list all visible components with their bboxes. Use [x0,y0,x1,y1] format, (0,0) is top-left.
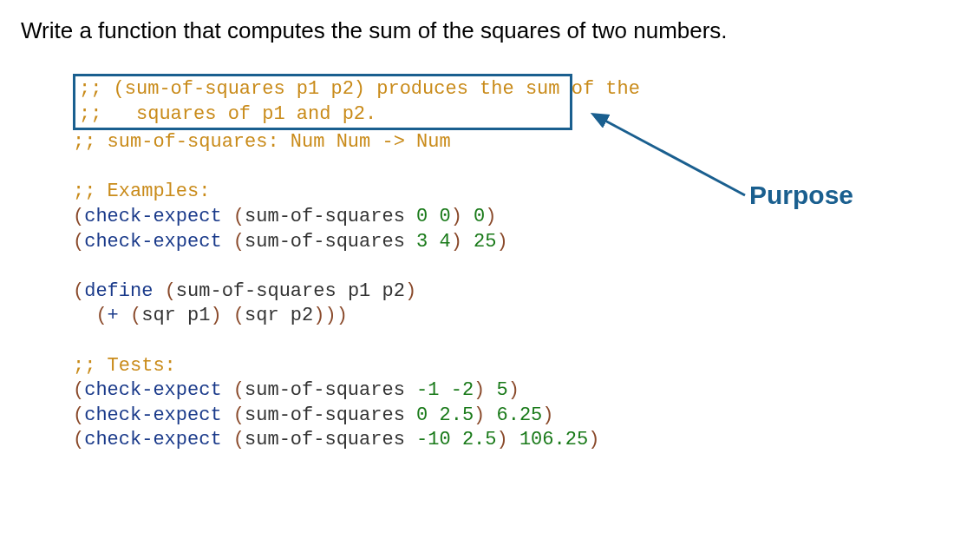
number-literal: 0 [416,404,428,426]
test-2: (check-expect (sum-of-squares 0 2.5) 6.2… [73,404,959,429]
func-sqr: sqr [245,305,279,326]
param: p1 [348,280,370,302]
number-literal: 106.25 [519,429,588,450]
paren: ) [210,305,221,326]
paren: ) [485,206,496,227]
paren: ( [73,379,84,401]
func-name: sum-of-squares [245,379,405,401]
purpose-highlight-box: ;; (sum-of-squares p1 p2) produces the s… [73,74,572,130]
func-name: sum-of-squares [245,231,405,253]
keyword-check-expect: check-expect [84,231,221,253]
func-sqr: sqr [141,305,176,326]
comment-text: Tests: [95,355,175,377]
paren: ( [233,305,245,326]
example-2: (check-expect (sum-of-squares 3 4) 25) [73,230,959,255]
tests-header: ;; Tests: [73,354,959,379]
paren: ) [405,280,416,302]
comment-text: sum-of-squares: Num Num -> Num [95,131,450,153]
comment-text: (sum-of-squares p1 p2) produces the sum … [101,78,640,100]
keyword-check-expect: check-expect [84,429,221,450]
number-literal: 2.5 [440,404,474,426]
comment-marker: ;; [79,103,101,125]
comment-marker: ;; [73,131,95,153]
number-literal: 4 [440,231,451,253]
paren: ))) [313,305,348,326]
comment-marker: ;; [73,355,95,377]
code-block: ;; (sum-of-squares p1 p2) produces the s… [73,74,959,453]
paren: ) [588,429,599,450]
keyword-check-expect: check-expect [84,206,221,227]
purpose-line-2: ;; squares of p1 and p2. [79,102,566,128]
paren: ( [233,379,245,401]
callout-arrow-icon [593,108,767,213]
number-literal: 25 [474,231,496,253]
number-literal: 0 [440,206,451,227]
func-name: sum-of-squares [245,404,405,426]
contract-line: ;; sum-of-squares: Num Num -> Num [73,130,959,155]
paren: ) [508,379,519,401]
paren: ( [73,231,84,253]
number-literal: 5 [497,379,508,401]
comment-marker: ;; [73,181,95,202]
func-name: sum-of-squares [176,280,336,302]
blank-line [73,155,959,181]
paren: ( [233,206,245,227]
paren: ( [73,206,84,227]
keyword-define: define [84,280,153,302]
param: p1 [187,305,210,326]
number-literal: -2 [451,379,474,401]
paren: ( [95,305,107,326]
paren: ) [474,379,485,401]
param: p2 [382,280,404,302]
comment-text: squares of p1 and p2. [101,103,376,125]
instruction-title: Write a function that computes the sum o… [21,17,959,44]
define-line-1: (define (sum-of-squares p1 p2) [73,279,959,305]
paren: ( [73,429,84,450]
paren: ( [165,280,176,302]
number-literal: -1 [416,379,439,401]
comment-marker: ;; [79,78,101,100]
blank-line [73,329,959,354]
operator-plus: + [108,305,119,326]
number-literal: 2.5 [462,429,497,450]
comment-text: Examples: [95,181,210,202]
paren: ) [542,404,553,426]
test-3: (check-expect (sum-of-squares -10 2.5) 1… [73,428,959,453]
purpose-callout-label: Purpose [749,178,853,212]
define-line-2: (+ (sqr p1) (sqr p2))) [73,304,959,329]
paren: ) [451,206,462,227]
purpose-line-1: ;; (sum-of-squares p1 p2) produces the s… [79,77,566,102]
paren: ( [233,429,245,450]
paren: ) [451,231,462,253]
keyword-check-expect: check-expect [84,404,221,426]
number-literal: 3 [416,231,428,253]
number-literal: 0 [474,206,485,227]
paren: ) [474,404,485,426]
paren: ) [497,429,508,450]
paren: ( [73,280,84,302]
test-1: (check-expect (sum-of-squares -1 -2) 5) [73,378,959,404]
keyword-check-expect: check-expect [84,379,221,401]
paren: ( [233,404,245,426]
func-name: sum-of-squares [245,429,405,450]
paren: ( [130,305,141,326]
number-literal: 0 [416,206,428,227]
blank-line [73,254,959,279]
number-literal: -10 [416,429,451,450]
paren: ) [497,231,508,253]
paren: ( [233,231,245,253]
svg-line-0 [602,119,745,195]
func-name: sum-of-squares [245,206,405,227]
number-literal: 6.25 [497,404,543,426]
param: p2 [291,305,313,326]
paren: ( [73,404,84,426]
